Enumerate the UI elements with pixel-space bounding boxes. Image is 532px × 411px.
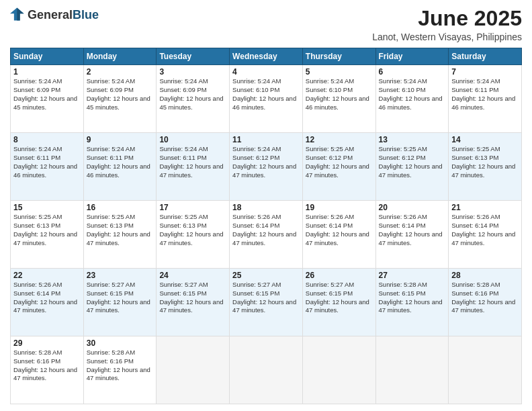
day-info: Sunrise: 5:26 AM Sunset: 6:14 PM Dayligh… — [451, 213, 519, 247]
table-row: 28 Sunrise: 5:28 AM Sunset: 6:16 PM Dayl… — [449, 269, 522, 336]
day-info: Sunrise: 5:27 AM Sunset: 6:15 PM Dayligh… — [159, 281, 226, 315]
table-row: 5 Sunrise: 5:24 AM Sunset: 6:10 PM Dayli… — [302, 65, 375, 133]
logo-blue-text: Blue — [73, 8, 99, 21]
title-area: June 2025 Lanot, Western Visayas, Philip… — [372, 7, 522, 42]
calendar-week-row: 29 Sunrise: 5:28 AM Sunset: 6:16 PM Dayl… — [11, 336, 522, 404]
page: GeneralBlue June 2025 Lanot, Western Vis… — [0, 0, 532, 411]
col-tuesday: Tuesday — [157, 48, 230, 65]
table-row: 20 Sunrise: 5:26 AM Sunset: 6:14 PM Dayl… — [375, 201, 449, 269]
day-number: 1 — [13, 67, 81, 77]
calendar-week-row: 8 Sunrise: 5:24 AM Sunset: 6:11 PM Dayli… — [11, 133, 522, 201]
table-row — [449, 336, 522, 404]
table-row: 8 Sunrise: 5:24 AM Sunset: 6:11 PM Dayli… — [11, 133, 84, 201]
logo: GeneralBlue — [10, 7, 99, 24]
day-number: 24 — [159, 271, 226, 280]
day-number: 3 — [159, 67, 226, 77]
table-row: 3 Sunrise: 5:24 AM Sunset: 6:09 PM Dayli… — [157, 65, 230, 133]
calendar-header-row: Sunday Monday Tuesday Wednesday Thursday… — [11, 48, 522, 65]
table-row: 15 Sunrise: 5:25 AM Sunset: 6:13 PM Dayl… — [11, 201, 84, 269]
day-number: 27 — [379, 271, 446, 280]
day-number: 29 — [13, 338, 81, 348]
table-row: 14 Sunrise: 5:25 AM Sunset: 6:13 PM Dayl… — [449, 133, 522, 201]
table-row: 11 Sunrise: 5:24 AM Sunset: 6:12 PM Dayl… — [230, 133, 303, 201]
table-row: 2 Sunrise: 5:24 AM Sunset: 6:09 PM Dayli… — [83, 65, 157, 133]
table-row — [375, 336, 449, 404]
day-info: Sunrise: 5:24 AM Sunset: 6:11 PM Dayligh… — [451, 77, 519, 111]
header: GeneralBlue June 2025 Lanot, Western Vis… — [10, 7, 522, 42]
day-number: 2 — [87, 67, 154, 77]
day-number: 20 — [379, 203, 446, 212]
logo-general-text: General — [28, 8, 73, 21]
day-number: 23 — [87, 271, 154, 280]
day-info: Sunrise: 5:27 AM Sunset: 6:15 PM Dayligh… — [87, 281, 154, 315]
day-info: Sunrise: 5:24 AM Sunset: 6:12 PM Dayligh… — [232, 145, 300, 179]
day-number: 18 — [232, 203, 300, 212]
day-number: 28 — [451, 271, 519, 280]
day-number: 13 — [379, 135, 446, 144]
location-title: Lanot, Western Visayas, Philippines — [372, 32, 522, 42]
day-number: 14 — [451, 135, 519, 144]
table-row: 27 Sunrise: 5:28 AM Sunset: 6:15 PM Dayl… — [375, 269, 449, 336]
day-number: 21 — [451, 203, 519, 212]
day-number: 6 — [379, 67, 446, 77]
day-number: 9 — [87, 135, 154, 144]
calendar-week-row: 15 Sunrise: 5:25 AM Sunset: 6:13 PM Dayl… — [11, 201, 522, 269]
day-info: Sunrise: 5:28 AM Sunset: 6:16 PM Dayligh… — [87, 349, 154, 383]
day-info: Sunrise: 5:24 AM Sunset: 6:09 PM Dayligh… — [159, 77, 226, 111]
day-info: Sunrise: 5:25 AM Sunset: 6:12 PM Dayligh… — [306, 145, 373, 179]
day-info: Sunrise: 5:24 AM Sunset: 6:10 PM Dayligh… — [379, 77, 446, 111]
day-number: 16 — [87, 203, 154, 212]
day-number: 8 — [13, 135, 81, 144]
day-number: 25 — [232, 271, 300, 280]
day-info: Sunrise: 5:25 AM Sunset: 6:13 PM Dayligh… — [159, 213, 226, 247]
table-row: 13 Sunrise: 5:25 AM Sunset: 6:12 PM Dayl… — [375, 133, 449, 201]
day-info: Sunrise: 5:26 AM Sunset: 6:14 PM Dayligh… — [379, 213, 446, 247]
table-row: 10 Sunrise: 5:24 AM Sunset: 6:11 PM Dayl… — [157, 133, 230, 201]
table-row: 25 Sunrise: 5:27 AM Sunset: 6:15 PM Dayl… — [230, 269, 303, 336]
day-number: 26 — [306, 271, 373, 280]
col-wednesday: Wednesday — [230, 48, 303, 65]
col-thursday: Thursday — [302, 48, 375, 65]
table-row: 26 Sunrise: 5:27 AM Sunset: 6:15 PM Dayl… — [302, 269, 375, 336]
day-info: Sunrise: 5:24 AM Sunset: 6:09 PM Dayligh… — [87, 77, 154, 111]
day-info: Sunrise: 5:26 AM Sunset: 6:14 PM Dayligh… — [306, 213, 373, 247]
table-row: 22 Sunrise: 5:26 AM Sunset: 6:14 PM Dayl… — [11, 269, 84, 336]
col-sunday: Sunday — [11, 48, 84, 65]
day-number: 17 — [159, 203, 226, 212]
col-monday: Monday — [83, 48, 157, 65]
day-number: 15 — [13, 203, 81, 212]
calendar-week-row: 1 Sunrise: 5:24 AM Sunset: 6:09 PM Dayli… — [11, 65, 522, 133]
calendar-week-row: 22 Sunrise: 5:26 AM Sunset: 6:14 PM Dayl… — [11, 269, 522, 336]
day-number: 5 — [306, 67, 373, 77]
table-row: 1 Sunrise: 5:24 AM Sunset: 6:09 PM Dayli… — [11, 65, 84, 133]
day-number: 12 — [306, 135, 373, 144]
day-info: Sunrise: 5:27 AM Sunset: 6:15 PM Dayligh… — [306, 281, 373, 315]
table-row: 7 Sunrise: 5:24 AM Sunset: 6:11 PM Dayli… — [449, 65, 522, 133]
table-row: 21 Sunrise: 5:26 AM Sunset: 6:14 PM Dayl… — [449, 201, 522, 269]
col-friday: Friday — [375, 48, 449, 65]
month-title: June 2025 — [372, 7, 522, 30]
day-info: Sunrise: 5:26 AM Sunset: 6:14 PM Dayligh… — [232, 213, 300, 247]
day-info: Sunrise: 5:24 AM Sunset: 6:11 PM Dayligh… — [159, 145, 226, 179]
table-row: 18 Sunrise: 5:26 AM Sunset: 6:14 PM Dayl… — [230, 201, 303, 269]
table-row: 9 Sunrise: 5:24 AM Sunset: 6:11 PM Dayli… — [83, 133, 157, 201]
table-row: 16 Sunrise: 5:25 AM Sunset: 6:13 PM Dayl… — [83, 201, 157, 269]
day-number: 30 — [87, 338, 154, 348]
table-row: 17 Sunrise: 5:25 AM Sunset: 6:13 PM Dayl… — [157, 201, 230, 269]
day-info: Sunrise: 5:28 AM Sunset: 6:16 PM Dayligh… — [13, 349, 81, 383]
table-row: 6 Sunrise: 5:24 AM Sunset: 6:10 PM Dayli… — [375, 65, 449, 133]
calendar-table: Sunday Monday Tuesday Wednesday Thursday… — [10, 48, 522, 404]
day-info: Sunrise: 5:24 AM Sunset: 6:10 PM Dayligh… — [232, 77, 300, 111]
table-row: 4 Sunrise: 5:24 AM Sunset: 6:10 PM Dayli… — [230, 65, 303, 133]
day-info: Sunrise: 5:24 AM Sunset: 6:10 PM Dayligh… — [306, 77, 373, 111]
day-number: 11 — [232, 135, 300, 144]
table-row: 12 Sunrise: 5:25 AM Sunset: 6:12 PM Dayl… — [302, 133, 375, 201]
day-info: Sunrise: 5:24 AM Sunset: 6:09 PM Dayligh… — [13, 77, 81, 111]
svg-marker-1 — [17, 7, 24, 20]
table-row: 30 Sunrise: 5:28 AM Sunset: 6:16 PM Dayl… — [83, 336, 157, 404]
day-number: 19 — [306, 203, 373, 212]
day-info: Sunrise: 5:25 AM Sunset: 6:13 PM Dayligh… — [13, 213, 81, 247]
day-number: 4 — [232, 67, 300, 77]
table-row — [230, 336, 303, 404]
logo-icon — [10, 7, 25, 21]
